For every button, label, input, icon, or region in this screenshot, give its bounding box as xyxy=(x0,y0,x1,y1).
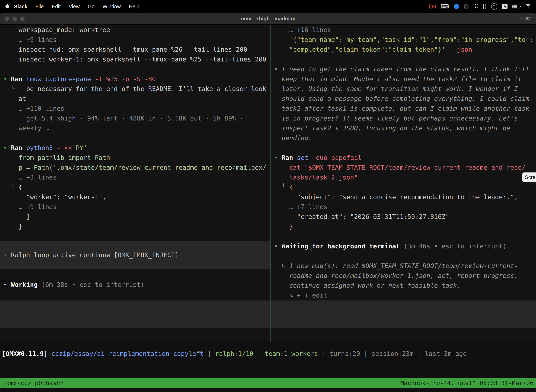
text-segment: └ xyxy=(3,85,26,92)
tmux-host-clock: "MacBook-Pro-44.local" 05:03 31-Mar-26 xyxy=(397,378,534,388)
tmux-status-bar: [omx-cczip0:bash* "MacBook-Pro-44.local"… xyxy=(0,378,536,388)
text-segment: tasks/task-2.json" xyxy=(274,174,358,181)
text-segment: • xyxy=(3,75,11,83)
text-segment: } xyxy=(274,223,293,230)
device-icon[interactable] xyxy=(483,4,486,9)
terminal-line: } xyxy=(274,222,536,232)
terminal-line: … +9 lines xyxy=(3,35,270,45)
text-segment: - << xyxy=(57,144,72,151)
window-title-bar[interactable]: omx --xhigh --madmax ⌥⌘1 xyxy=(0,13,536,25)
text-segment: └ xyxy=(3,183,19,191)
battery-percent-icon[interactable]: 61 xyxy=(491,3,497,10)
right-prompt-suggestion[interactable]: › Explain this codebase xyxy=(271,300,536,328)
terminal-line: continue assigned work or next feasible … xyxy=(274,281,536,290)
menu-item-help[interactable]: Help xyxy=(129,4,139,9)
terminal-line: keep that in mind. Maybe I also need the… xyxy=(274,74,536,84)
menu-item-view[interactable]: View xyxy=(69,4,80,9)
terminal-line: '{"team_name":"my-team","task_id":"1","f… xyxy=(274,35,536,45)
battery-nub xyxy=(520,6,521,7)
text-segment: from pathlib import Path xyxy=(3,154,110,161)
dots-grid-icon[interactable]: ⠿ xyxy=(474,4,478,9)
terminal-line: at xyxy=(3,94,270,104)
menu-items: Slack File Edit View Go Window Help xyxy=(14,4,139,9)
menu-item-go[interactable]: Go xyxy=(88,4,95,9)
menu-status-icons: ⌨ ⠿ 61 A xyxy=(429,3,536,10)
menu-item-window[interactable]: Window xyxy=(103,4,121,9)
text-segment: … +110 lines xyxy=(3,105,64,112)
terminal-line: is in progress? It seems likely but perh… xyxy=(274,113,536,123)
terminal-line: from pathlib import Path xyxy=(3,153,270,163)
text-segment: "worker": "worker-1", xyxy=(3,193,106,201)
dark-app-icon[interactable] xyxy=(464,4,469,9)
screen-overlay-chip[interactable]: Scre xyxy=(522,173,536,182)
text-segment: • xyxy=(3,281,11,288)
left-prompt-input[interactable]: › Improve documentation in @filename xyxy=(0,300,270,328)
terminal-line: gpt-5.4 xhigh · 94% left · 488K in · 5.1… xyxy=(3,113,270,123)
text-segment: later. Using the same for transition mig… xyxy=(274,85,518,92)
text-segment: task2 after task1 is complete, but can I… xyxy=(274,105,529,112)
text-segment: continue assigned work or next feasible … xyxy=(274,282,461,289)
text-segment: inspect task2's JSON, focusing on the st… xyxy=(274,125,510,132)
text-segment: team:1 workers xyxy=(265,350,318,357)
screen-recording-indicator-icon[interactable] xyxy=(429,4,436,9)
text-segment: weekly … xyxy=(3,125,49,132)
battery-icon[interactable] xyxy=(512,5,520,9)
terminal-line xyxy=(274,232,536,241)
text-segment: Ran xyxy=(11,75,26,83)
terminal-line xyxy=(3,64,270,74)
apple-menu-icon[interactable] xyxy=(5,3,10,10)
text-segment: -t %25 -p -S -80 xyxy=(95,75,156,83)
text-segment: Working xyxy=(11,281,41,288)
terminal-window: omx --xhigh --madmax ⌥⌘1 workspace_mode:… xyxy=(0,13,536,392)
terminal-line: later. Using the same for transition mig… xyxy=(274,84,536,94)
terminal-line: p = Path('.omx/state/team/review-current… xyxy=(3,163,270,173)
terminal-line: … +3 lines xyxy=(3,173,270,182)
text-segment: workspace_mode: worktree xyxy=(3,26,110,33)
text-segment: tmux capture-pane xyxy=(26,75,95,83)
terminal-line: tasks/task-2.json" xyxy=(274,173,536,182)
menu-item-edit[interactable]: Edit xyxy=(52,4,61,9)
terminal-line: └ be necessary for the end of the README… xyxy=(3,84,270,94)
terminal-line: cat "$OMX_TEAM_STATE_ROOT/team/review-cu… xyxy=(274,163,536,173)
keyboard-icon[interactable]: ⌨ xyxy=(441,4,449,9)
menu-item-file[interactable]: File xyxy=(36,4,44,9)
text-segment: (6m 38s • esc to interrupt) xyxy=(42,281,144,288)
text-segment: cat "$OMX_TEAM_STATE_ROOT/team/review-cu… xyxy=(274,164,526,171)
text-segment: be necessary for the end of the README. … xyxy=(26,85,266,92)
text-segment: is in progress? It seems likely but perh… xyxy=(274,115,518,122)
text-segment: Ran xyxy=(282,154,297,161)
text-segment: └ xyxy=(274,183,289,191)
blue-app-icon[interactable] xyxy=(454,4,459,9)
left-terminal-pane[interactable]: workspace_mode: worktree … +9 lines insp… xyxy=(0,25,270,342)
text-segment: session:23m xyxy=(371,350,413,357)
text-segment: | xyxy=(318,350,330,357)
input-source-icon[interactable]: A xyxy=(502,4,507,9)
text-segment: last:3m ago xyxy=(425,350,467,357)
terminal-line xyxy=(274,143,536,153)
terminal-line: "completed","claim_token":"claim-token"}… xyxy=(274,45,536,54)
text-segment: › xyxy=(3,251,11,258)
terminal-line: inspect_hud: omx sparkshell --tmux-pane … xyxy=(3,45,270,54)
right-terminal-pane[interactable]: … +16 lines '{"team_name":"my-team","tas… xyxy=(271,25,536,342)
terminal-line: pending. xyxy=(274,133,536,143)
text-segment: • xyxy=(274,154,282,161)
menu-bar: Slack File Edit View Go Window Help ⌨ ⠿ … xyxy=(0,0,536,13)
text-segment: --json xyxy=(449,46,472,53)
menu-item-slack[interactable]: Slack xyxy=(14,4,27,9)
tmux-session-label: [omx-cczip0:bash* xyxy=(2,378,64,388)
terminal-line: ↳ 1 new msg(s): read $OMX_TEAM_STATE_ROO… xyxy=(274,261,536,271)
wifi-icon[interactable] xyxy=(525,4,531,10)
text-segment: | xyxy=(254,350,265,357)
text-segment: … +9 lines xyxy=(3,36,57,43)
terminal-line: readme-and-reco/mailbox/worker-1.json, a… xyxy=(274,271,536,281)
terminal-line: weekly … xyxy=(3,123,270,133)
text-segment: } xyxy=(3,223,22,230)
text-segment: turns:20 xyxy=(330,350,360,357)
text-segment: • xyxy=(274,243,282,250)
left-pane-lines: workspace_mode: worktree … +9 lines insp… xyxy=(0,25,270,232)
battery-fill xyxy=(513,5,517,8)
terminal-line: • Ran tmux capture-pane -t %25 -p -S -80 xyxy=(3,74,270,84)
text-segment: python3 xyxy=(26,144,57,151)
terminal-line: • Ran python3 - <<'PY' xyxy=(3,143,270,153)
terminal-line: └ { xyxy=(274,182,536,192)
